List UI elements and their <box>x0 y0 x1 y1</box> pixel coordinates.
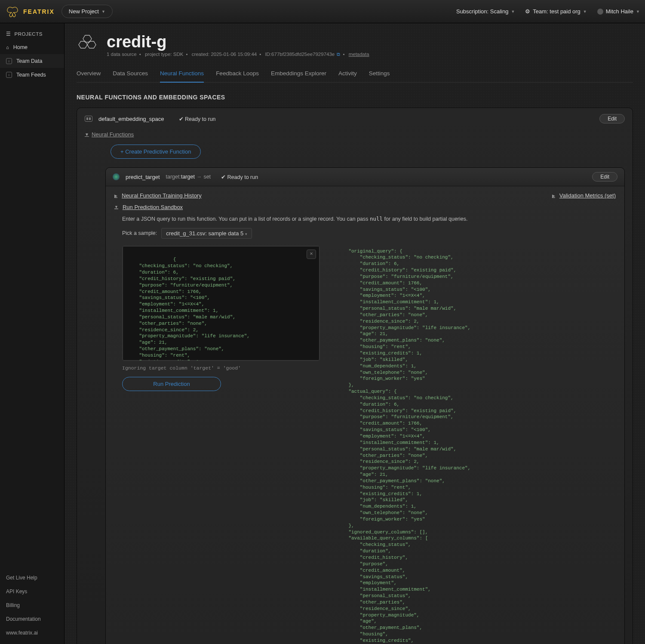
butterfly-icon <box>5 4 20 19</box>
query-input[interactable]: ✕{ "checking_status": "no checking", "du… <box>122 246 320 361</box>
project-meta: 1 data source• project type: SDK• create… <box>107 52 633 57</box>
sidebar-link-docs[interactable]: Documentation <box>0 612 64 626</box>
copy-id-icon[interactable]: ⧉ <box>337 52 340 57</box>
prediction-output: "original_query": { "checking_status": "… <box>333 246 531 644</box>
svg-marker-2 <box>87 41 96 48</box>
sidebar-link-api-keys[interactable]: API Keys <box>0 585 64 598</box>
sidebar-link-site[interactable]: www.featrix.ai <box>0 626 64 640</box>
project-title: credit-g <box>107 33 166 51</box>
tab-activity[interactable]: Activity <box>338 67 357 82</box>
section-heading: NEURAL FUNCTIONS AND EMBEDDING SPACES <box>77 94 633 101</box>
function-name: predict_target <box>126 174 160 180</box>
svg-marker-1 <box>79 41 87 48</box>
project-icon <box>77 31 98 52</box>
sidebar-item-team-feeds[interactable]: i Team Feeds <box>0 68 64 82</box>
caret-down-icon: ▼ <box>85 132 89 137</box>
function-target: target:target→set <box>166 174 211 180</box>
tab-embeddings-explorer[interactable]: Embeddings Explorer <box>271 67 326 82</box>
tab-feedback-loops[interactable]: Feedback Loops <box>216 67 259 82</box>
brand-logo[interactable]: FEATRIX <box>5 4 55 19</box>
clear-input-button[interactable]: ✕ <box>307 250 316 259</box>
project-tabs: Overview Data Sources Neural Functions F… <box>77 67 633 83</box>
embedding-space-status: Ready to run <box>179 116 216 122</box>
run-sandbox-toggle[interactable]: Run Prediction Sandbox <box>114 204 183 210</box>
neural-functions-toggle[interactable]: ▼ Neural Functions <box>85 131 625 138</box>
user-menu[interactable]: Mitch Haile ▼ <box>597 8 640 15</box>
embedding-space-icon <box>85 116 92 122</box>
validation-metrics-toggle[interactable]: Validation Metrics (set) <box>552 192 616 199</box>
caret-down-icon: ▼ <box>636 9 640 14</box>
subscription-menu[interactable]: Subscription: Scaling ▼ <box>456 8 515 15</box>
edit-function-button[interactable]: Edit <box>592 172 617 182</box>
sidebar-item-home[interactable]: ⌂ Home <box>0 40 64 54</box>
user-icon <box>597 9 603 15</box>
feeds-icon: i <box>6 72 12 78</box>
edit-embedding-space-button[interactable]: Edit <box>599 114 625 123</box>
caret-down-icon: ▼ <box>101 9 105 14</box>
embedding-space-name: default_embedding_space <box>98 116 164 122</box>
sample-select[interactable]: credit_g_31.csv: sample data 5 ▾ <box>161 228 252 239</box>
tab-data-sources[interactable]: Data Sources <box>113 67 148 82</box>
caret-down-icon: ▼ <box>583 9 587 14</box>
function-status: Ready to run <box>221 174 258 180</box>
caret-down-icon: ▾ <box>245 232 247 236</box>
new-project-button[interactable]: New Project ▼ <box>61 5 113 18</box>
function-icon <box>113 173 120 180</box>
embedding-space-panel: default_embedding_space Ready to run Edi… <box>77 108 633 644</box>
sidebar: ☰ PROJECTS ⌂ Home i Team Data i Team Fee… <box>0 23 64 644</box>
sample-label: Pick a sample: <box>122 230 157 236</box>
team-icon: ⚙ <box>525 8 530 15</box>
tab-settings[interactable]: Settings <box>369 67 390 82</box>
tab-overview[interactable]: Overview <box>77 67 101 82</box>
tab-neural-functions[interactable]: Neural Functions <box>160 67 204 83</box>
home-icon: ⌂ <box>6 45 9 50</box>
menu-icon: ☰ <box>6 31 11 37</box>
team-menu[interactable]: ⚙ Team: test paid org ▼ <box>525 8 587 15</box>
sidebar-link-billing[interactable]: Billing <box>0 598 64 612</box>
brand-text: FEATRIX <box>23 8 55 15</box>
sandbox-intro: Enter a JSON query to run this function.… <box>122 216 616 222</box>
ignore-message: Ignoring target column 'target' = 'good' <box>122 365 320 371</box>
caret-down-icon: ▼ <box>511 9 515 14</box>
training-history-toggle[interactable]: Neural Function Training History <box>114 192 202 199</box>
sidebar-item-team-data[interactable]: i Team Data <box>0 54 64 68</box>
function-panel: predict_target target:target→set Ready t… <box>105 167 625 644</box>
create-predictive-function-button[interactable]: + Create Predictive Function <box>111 145 201 159</box>
data-icon: i <box>6 58 12 64</box>
sidebar-heading: ☰ PROJECTS <box>0 28 64 40</box>
sidebar-link-help[interactable]: Get Live Help <box>0 571 64 585</box>
run-prediction-button[interactable]: Run Prediction <box>122 377 221 391</box>
metadata-link[interactable]: metadata <box>349 52 369 57</box>
